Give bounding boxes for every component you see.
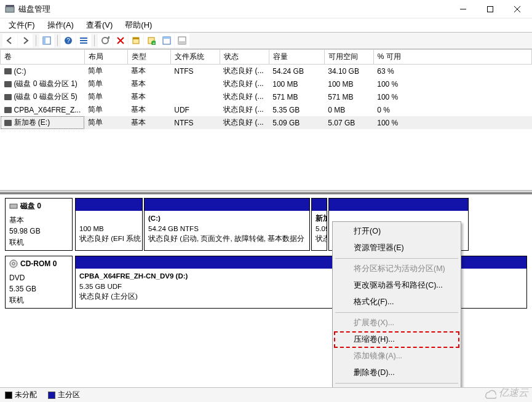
volume-icon: [4, 81, 12, 87]
tool-bar: ? +: [0, 32, 532, 49]
context-menu-item: 扩展卷(X)...: [334, 315, 459, 331]
volume-icon: [4, 120, 12, 126]
status-legend: 未分配 主分区: [0, 387, 532, 402]
cdrom-kind: DVD: [9, 272, 68, 283]
legend-primary: 主分区: [48, 390, 80, 400]
disk0-partition-0[interactable]: 100 MB状态良好 (EFI 系统: [75, 198, 143, 251]
cdrom-info[interactable]: CD-ROM 0 DVD 5.35 GB 联机: [5, 256, 73, 309]
col-pct[interactable]: % 可用: [373, 50, 531, 65]
forward-button[interactable]: [18, 34, 33, 47]
disk0-state: 联机: [9, 237, 68, 248]
wizard-button[interactable]: [159, 34, 174, 47]
context-menu-item[interactable]: 打开(O): [334, 223, 459, 240]
svg-rect-3: [488, 6, 493, 12]
help-button[interactable]: ?: [61, 34, 76, 47]
disk0-kind: 基本: [9, 215, 68, 226]
svg-rect-0: [6, 7, 14, 12]
col-layout[interactable]: 布局: [84, 50, 127, 65]
svg-rect-22: [163, 37, 170, 39]
show-panel-button[interactable]: [39, 34, 54, 47]
disk-icon: [9, 202, 18, 210]
context-menu-item[interactable]: 更改驱动器号和路径(C)...: [334, 277, 459, 294]
properties-button[interactable]: [129, 34, 143, 47]
back-button[interactable]: [2, 34, 17, 47]
table-row[interactable]: (C:)简单基本NTFS状态良好 (...54.24 GB34.10 GB63 …: [1, 65, 532, 78]
context-menu-item: 添加镜像(A)...: [334, 348, 459, 365]
table-row[interactable]: (磁盘 0 磁盘分区 5)简单基本状态良好 (...571 MB571 MB10…: [1, 90, 532, 103]
svg-rect-1: [6, 5, 14, 7]
table-row[interactable]: CPBA_X64FRE_Z...简单基本UDF状态良好 (...5.35 GB0…: [1, 103, 532, 116]
volume-icon: [4, 107, 12, 113]
col-capacity[interactable]: 容量: [269, 50, 324, 65]
context-menu-item[interactable]: 资源管理器(E): [334, 240, 459, 256]
col-free[interactable]: 可用空间: [324, 50, 373, 65]
col-filesystem[interactable]: 文件系统: [170, 50, 220, 65]
cdrom-size: 5.35 GB: [9, 283, 68, 294]
volume-table: 卷 布局 类型 文件系统 状态 容量 可用空间 % 可用 (C:)简单基本NTF…: [0, 49, 532, 129]
title-bar: 磁盘管理: [0, 0, 532, 18]
context-menu-separator: [335, 383, 458, 384]
svg-text:+: +: [153, 41, 156, 45]
menu-bar: 文件(F) 操作(A) 查看(V) 帮助(H): [0, 18, 532, 32]
minimize-button[interactable]: [450, 1, 477, 18]
watermark: 亿速云: [483, 387, 528, 400]
svg-point-27: [12, 262, 15, 265]
svg-rect-7: [43, 37, 46, 44]
legend-unalloc: 未分配: [5, 390, 37, 400]
disk0-size: 59.98 GB: [9, 226, 68, 237]
list-button[interactable]: [76, 34, 91, 47]
cdrom-part-title: CPBA_X64FRE_ZH-CN_DV9 (D:): [79, 272, 188, 280]
context-menu-separator: [335, 258, 458, 259]
menu-view[interactable]: 查看(V): [80, 18, 119, 32]
window-title: 磁盘管理: [18, 4, 450, 15]
disk0-name: 磁盘 0: [20, 201, 41, 211]
svg-rect-12: [80, 42, 87, 44]
close-button[interactable]: [504, 1, 531, 18]
cdrom-name: CD-ROM 0: [20, 259, 57, 268]
context-menu: 打开(O)资源管理器(E)将分区标记为活动分区(M)更改驱动器号和路径(C)..…: [332, 221, 461, 402]
disk0-info[interactable]: 磁盘 0 基本 59.98 GB 联机: [5, 198, 73, 251]
svg-rect-25: [10, 204, 17, 208]
col-type[interactable]: 类型: [127, 50, 170, 65]
cdrom-part-line3: 状态良好 (主分区): [79, 293, 138, 300]
cdrom-state: 联机: [9, 294, 68, 305]
cdrom-part-line2: 5.35 GB UDF: [79, 283, 122, 290]
menu-action[interactable]: 操作(A): [41, 18, 80, 32]
cdrom-icon: [9, 259, 18, 268]
col-status[interactable]: 状态: [220, 50, 269, 65]
maximize-button[interactable]: [477, 1, 504, 18]
disk0-partition-1[interactable]: (C:)54.24 GB NTFS状态良好 (启动, 页面文件, 故障转储, 基…: [144, 198, 310, 251]
app-icon: [5, 4, 15, 14]
col-volume[interactable]: 卷: [1, 50, 85, 65]
svg-text:?: ?: [66, 37, 70, 44]
disk0-partition-2[interactable]: 新加5.09状态: [311, 198, 327, 251]
table-row[interactable]: (磁盘 0 磁盘分区 1)简单基本状态良好 (...100 MB100 MB10…: [1, 77, 532, 90]
context-menu-item[interactable]: 压缩卷(H)...: [334, 331, 459, 348]
menu-help[interactable]: 帮助(H): [119, 18, 158, 32]
context-menu-separator: [335, 312, 458, 313]
volume-icon: [4, 68, 12, 74]
refresh-button[interactable]: [98, 34, 113, 47]
volume-icon: [4, 94, 12, 100]
svg-rect-11: [80, 40, 87, 41]
new-button[interactable]: +: [144, 34, 159, 47]
svg-rect-24: [178, 41, 186, 44]
context-menu-item: 将分区标记为活动分区(M): [334, 261, 459, 277]
svg-rect-10: [80, 37, 87, 39]
wizard2-button[interactable]: [175, 34, 189, 47]
delete-button[interactable]: [113, 34, 128, 47]
volume-table-wrapper: 卷 布局 类型 文件系统 状态 容量 可用空间 % 可用 (C:)简单基本NTF…: [0, 49, 532, 191]
menu-file[interactable]: 文件(F): [2, 18, 41, 32]
context-menu-item[interactable]: 删除卷(D)...: [334, 365, 459, 381]
table-row[interactable]: 新加卷 (E:)简单基本NTFS状态良好 (...5.09 GB5.07 GB1…: [1, 116, 532, 129]
context-menu-item[interactable]: 格式化(F)...: [334, 294, 459, 310]
svg-rect-17: [133, 37, 139, 39]
